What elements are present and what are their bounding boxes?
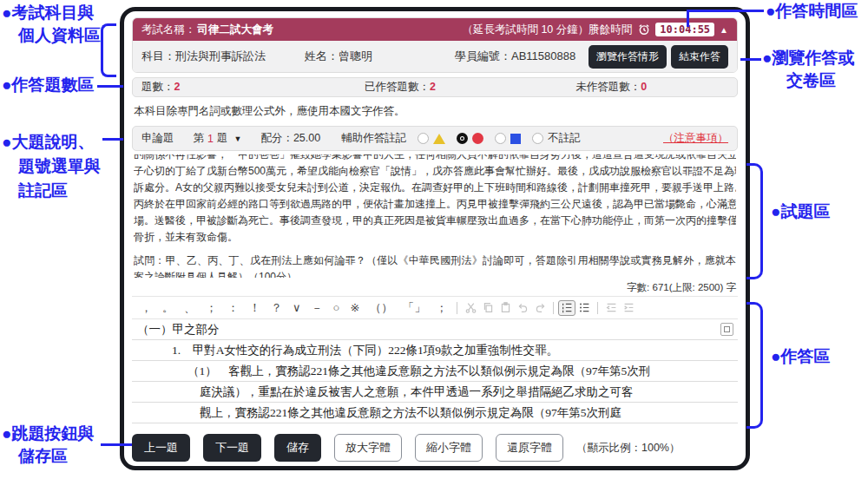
punct-button[interactable]: ○ [328,301,345,314]
radio-circle-selected[interactable] [457,133,468,144]
no-marker-label: 不註記 [548,131,581,146]
total-questions-value: 2 [174,81,181,93]
marker-option-triangle[interactable] [418,133,445,144]
copy-icon[interactable] [479,300,496,316]
annotation-bracket [746,163,763,279]
score-label: 配分：25.00 [260,131,320,146]
marker-option-none[interactable]: 不註記 [532,131,581,146]
question-number-dropdown[interactable]: 第1題 ▼ [194,131,242,146]
annotation-line [687,10,689,27]
annotation-counts-label: ●作答題數區 [2,74,94,96]
punct-button[interactable]: ： [222,300,244,316]
unanswered-questions: 未作答題數：0 [575,80,728,95]
annotation-time-label: ●作答時間區 [766,0,858,23]
question-line: 訴處分。A女的父親丙難以接受女兒未討到公道，決定報仇。在調查好甲的上下班時間和路… [134,180,736,196]
outdent-icon[interactable] [602,300,620,316]
square-marker-icon [510,134,521,144]
answer-line[interactable]: 庭決議），重點在於違反被害人之意願，本件甲透過一系列之舉措隔絕乙求助之可客 [132,382,738,403]
answer-line[interactable]: 1. 甲對A女性交的行為成立刑法（下同）222條1項9款之加重強制性交罪。 [132,340,738,361]
answer-line[interactable]: （一）甲之部分 [132,319,738,340]
previous-question-button[interactable]: 上一題 [132,434,190,462]
punct-button[interactable]: （） [365,300,398,316]
unordered-list-icon[interactable] [575,300,593,316]
answer-line[interactable]: 觀上，實務認221條之其他違反意願之方法不以類似例示規定為限（97年第5次刑庭 [132,403,738,423]
question-ask: 試問：甲、乙、丙、丁、戊在刑法上應如何論罪？（僅以《中華民國刑法》討論即可，答題… [134,253,736,278]
question-stats-bar: 題數：2 已作答題數：2 未作答題數：0 [132,77,738,97]
punct-button[interactable]: 、 [179,300,201,316]
editor-toolbar: ， 。 、 ； ： ！ ？ ∨ － ○ ※ （） 「」 ； [132,296,738,318]
display-ratio-label: （顯示比例：100%） [576,441,680,456]
exam-name: 司律二試大會考 [198,23,274,37]
punct-button[interactable]: ， [135,300,157,316]
title-bar: 考試名稱：司律二試大會考 （延長考試時間 10 分鐘）賸餘時間 10:04:55… [133,18,737,41]
punct-button[interactable]: 。 [157,300,179,316]
marker-option-circle[interactable] [457,133,483,144]
header-card: 考試名稱：司律二試大會考 （延長考試時間 10 分鐘）賸餘時間 10:04:55… [132,17,738,73]
question-line: 場。送醫後，甲被診斷為死亡。事後調查發現，甲的真正死因是被貨車輾壓致出血過多，在… [134,213,736,229]
font-reset-button[interactable]: 還原字體 [496,434,563,462]
student-name: 姓名：曾聰明 [305,49,455,64]
annotation-bracket [101,23,116,77]
annotation-exam-info-label: ●考試科目與 個人資料區 [2,2,101,47]
annotation-line [101,443,132,446]
annotation-line [97,85,123,88]
question-line: 子心切的丁給了戊新台幣500萬元，希望戊能向檢察官「說情」，戊亦答應此事會幫忙辦… [134,163,736,180]
paste-icon[interactable] [496,300,514,316]
answer-editor[interactable]: （一）甲之部分 1. 甲對A女性交的行為成立刑法（下同）222條1項9款之加重強… [132,318,738,423]
punct-button[interactable]: ※ [345,301,365,314]
punct-button[interactable]: ？ [266,300,287,316]
time-remaining: 10:04:55 [655,23,714,36]
annotation-browse-label: ●瀏覽作答或 交卷區 [762,47,854,92]
radio-no-marker[interactable] [532,133,543,144]
cut-icon[interactable] [462,300,479,316]
chevron-down-icon: ▼ [233,135,241,143]
redo-icon[interactable] [531,300,549,316]
font-zoom-in-button[interactable]: 放大字體 [334,434,402,462]
annotation-bracket [746,302,763,429]
answered-questions: 已作答題數：2 [365,80,575,95]
indent-icon[interactable] [620,300,637,316]
font-zoom-out-button[interactable]: 縮小字體 [415,434,483,462]
punct-button[interactable]: ！ [244,300,266,316]
punct-button[interactable]: 「」 [398,300,431,316]
unanswered-questions-value: 0 [641,81,647,93]
answered-questions-value: 2 [430,81,436,93]
finish-exam-button[interactable]: 結束作答 [671,45,728,69]
char-count: 字數: 671(上限: 2500) 字 [132,281,736,294]
exam-name-label: 考試名稱： [141,23,196,37]
punct-button[interactable]: － [306,300,328,316]
annotation-jump-label: ●跳題按鈕與 儲存區 [2,423,94,468]
annotation-controls-label: ●大題說明、 題號選單與 註記區 [2,130,101,203]
question-line-clipped: 的關係不再性影響，「甲的爸爸」摧毀她學業影響甲的人生，任何相關人員不解的依靠自身… [134,154,736,163]
toolbar-separator [457,302,457,314]
expand-editor-icon[interactable] [720,323,733,336]
browse-answers-button[interactable]: 瀏覽作答情形 [589,45,667,69]
toolbar-separator [597,302,598,314]
exam-window: 考試名稱：司律二試大會考 （延長考試時間 10 分鐘）賸餘時間 10:04:55… [120,7,750,470]
subject-label: 科目：刑法與刑事訴訟法 [141,49,305,64]
annotation-line [687,10,764,12]
question-type-label: 申論題 [141,131,174,146]
next-question-button[interactable]: 下一題 [203,434,261,462]
punct-button[interactable]: ∨ [287,301,306,314]
notes-link[interactable]: （注意事項） [663,131,728,146]
student-id: 學員編號：AB11580888 [455,49,575,64]
footer-button-bar: 上一題 下一題 儲存 放大字體 縮小字體 還原字體 （顯示比例：100%） [132,434,738,462]
marker-option-square[interactable] [495,133,521,144]
save-button[interactable]: 儲存 [274,434,321,462]
collapse-header-toggle[interactable]: ▲ [720,25,728,35]
punct-button[interactable]: ； [201,300,222,316]
answer-line[interactable]: （1） 客觀上，實務認221條之其他違反意願之方法不以類似例示規定為限（97年第… [132,361,738,382]
annotation-question-label: ●試題區 [771,200,830,223]
ordered-list-icon[interactable] [558,300,575,316]
total-questions: 題數：2 [141,80,365,95]
extra-time-note: （延長考試時間 10 分鐘）賸餘時間 [462,23,632,37]
punct-button[interactable]: ； [431,300,452,316]
radio-square[interactable] [495,133,506,144]
undo-icon[interactable] [514,300,531,316]
triangle-marker-icon [433,134,445,144]
annotation-line [740,58,761,61]
question-number-value: 1 [207,133,214,145]
radio-triangle[interactable] [418,133,429,144]
language-notice: 本科目除專門名詞或數理公式外，應使用本國文字作答。 [134,104,736,119]
